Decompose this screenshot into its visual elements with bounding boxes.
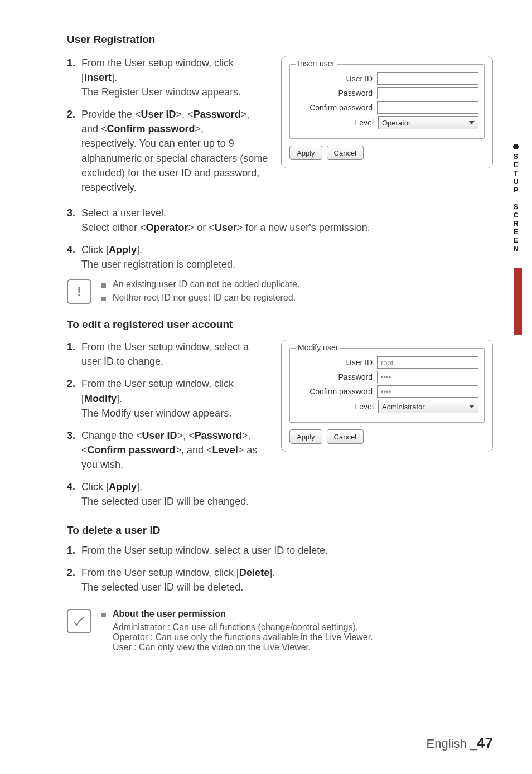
- chevron-down-icon: [469, 121, 475, 124]
- chevron-down-icon: [469, 405, 475, 408]
- list-item: 3. Change the <User ID>, <Password>, <Co…: [67, 428, 271, 472]
- step-number: 4.: [67, 480, 81, 509]
- cancel-button[interactable]: Cancel: [327, 429, 364, 444]
- note-icon: [67, 609, 91, 633]
- side-tab-label: SETUP SCREEN: [512, 153, 520, 253]
- field-label: Confirm password: [296, 387, 377, 396]
- note-line: Operator : Can use only the functions av…: [113, 632, 493, 642]
- level-select[interactable]: Administrator: [378, 400, 478, 413]
- step-number: 4.: [67, 243, 81, 272]
- square-bullet-icon: [101, 283, 106, 288]
- apply-button[interactable]: Apply: [289, 146, 322, 160]
- step-number: 1.: [67, 56, 81, 99]
- apply-button[interactable]: Apply: [289, 429, 322, 444]
- fieldset-legend: Modify user: [296, 343, 340, 352]
- info-note: About the user permission Administrator …: [67, 609, 493, 652]
- level-select[interactable]: Operator: [378, 116, 478, 129]
- field-label: User ID: [296, 358, 377, 367]
- step-number: 1.: [67, 340, 81, 369]
- note-line: An existing user ID can not be added dup…: [101, 279, 493, 289]
- note-line: User : Can only view the video on the Li…: [113, 642, 493, 652]
- page-footer: English _47: [427, 734, 493, 752]
- note-heading-line: About the user permission: [101, 609, 493, 619]
- step-number: 2.: [67, 107, 81, 195]
- note-line: Administrator : Can use all functions (c…: [113, 622, 493, 632]
- note-line: Neither root ID nor guest ID can be regi…: [101, 293, 493, 303]
- bullet-icon: [513, 144, 519, 149]
- document-page: SETUP SCREEN User Registration 1. From t…: [0, 0, 532, 774]
- field-label: Confirm password: [296, 103, 377, 112]
- step-number: 3.: [67, 206, 81, 235]
- red-accent-bar: [514, 268, 522, 335]
- list-item: 1. From the User setup window, select a …: [67, 543, 493, 558]
- confirm-password-input[interactable]: [377, 385, 478, 398]
- cancel-button[interactable]: Cancel: [327, 146, 364, 160]
- list-item: 1. From the User setup window, select a …: [67, 340, 271, 369]
- section-heading: To edit a registered user account: [67, 318, 493, 331]
- list-item: 3. Select a user level. Select either <O…: [67, 206, 493, 235]
- square-bullet-icon: [101, 613, 106, 617]
- insert-user-fieldset: Insert user User ID Password Confirm pas…: [289, 64, 485, 139]
- step-number: 3.: [67, 428, 81, 472]
- caution-icon: !: [67, 279, 91, 304]
- fieldset-legend: Insert user: [296, 59, 337, 68]
- field-label: Password: [296, 89, 377, 98]
- list-item: 2. From the User setup window, click [Mo…: [67, 376, 271, 420]
- square-bullet-icon: [101, 297, 106, 301]
- list-item: 2. Provide the <User ID>, <Password>, an…: [67, 107, 271, 195]
- step-number: 1.: [67, 543, 81, 558]
- step-number: 2.: [67, 565, 81, 594]
- modify-user-fieldset: Modify user User ID Password Confirm pas…: [289, 348, 485, 423]
- step-number: 2.: [67, 376, 81, 420]
- field-label: Password: [296, 373, 377, 381]
- list-item: 4. Click [Apply]. The user registration …: [67, 243, 493, 272]
- field-label: Level: [296, 118, 378, 127]
- password-input[interactable]: [377, 87, 478, 99]
- user-id-input[interactable]: [377, 72, 478, 85]
- list-item: 4. Click [Apply]. The selected user ID w…: [67, 480, 271, 509]
- caution-note: ! An existing user ID can not be added d…: [67, 279, 493, 306]
- modify-user-panel: Modify user User ID Password Confirm pas…: [281, 340, 493, 452]
- section-heading: To delete a user ID: [67, 524, 493, 536]
- side-tab: SETUP SCREEN: [512, 144, 520, 253]
- field-label: Level: [296, 402, 378, 411]
- insert-user-panel: Insert user User ID Password Confirm pas…: [281, 56, 493, 168]
- list-item: 1. From the User setup window, click [In…: [67, 56, 271, 99]
- password-input[interactable]: [377, 371, 478, 383]
- field-label: User ID: [296, 74, 377, 83]
- list-item: 2. From the User setup window, click [De…: [67, 565, 493, 594]
- section-heading: User Registration: [67, 33, 493, 46]
- confirm-password-input[interactable]: [377, 101, 478, 114]
- user-id-input[interactable]: [377, 356, 478, 369]
